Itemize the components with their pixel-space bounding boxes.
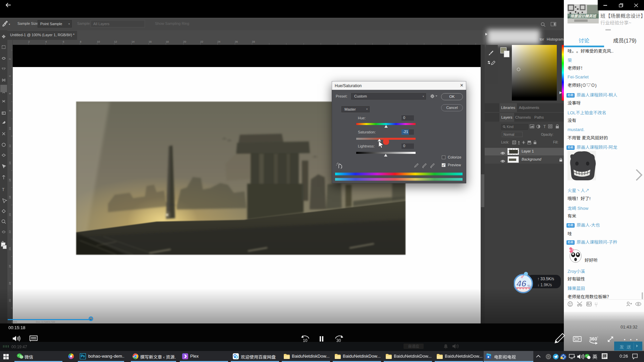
svg-text:46: 46 (516, 279, 526, 289)
svg-text:10: 10 (303, 338, 308, 343)
svg-text:↑ 33.5K/s: ↑ 33.5K/s (537, 277, 554, 281)
svg-text:%: % (527, 284, 531, 289)
svg-text:T: T (543, 124, 546, 129)
svg-text:T: T (2, 187, 5, 192)
svg-text:↓ 1.9K/s: ↓ 1.9K/s (537, 283, 552, 287)
svg-text:30: 30 (336, 338, 341, 343)
